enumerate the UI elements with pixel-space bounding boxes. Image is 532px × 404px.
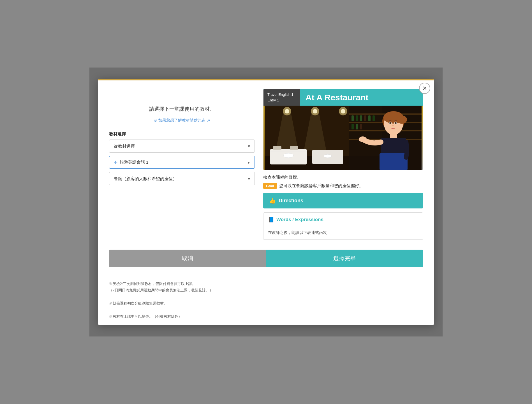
- svg-rect-7: [351, 115, 354, 121]
- svg-point-34: [397, 115, 407, 124]
- learn-more-link[interactable]: ※ 如果您想了解教材請點此進 ↗: [154, 118, 211, 123]
- modal-footer: 取消 選擇完畢: [98, 250, 434, 273]
- svg-point-30: [324, 154, 332, 158]
- lesson-series: Travel English 1: [267, 92, 296, 97]
- series-select-wrapper[interactable]: ✈ 旅遊英語會話 1 ▼: [109, 156, 255, 169]
- external-link-icon: ↗: [207, 118, 210, 123]
- svg-point-17: [285, 109, 289, 113]
- svg-rect-14: [356, 124, 358, 129]
- svg-point-19: [313, 109, 317, 113]
- note-2: （7日間日內免費試用活動期間中的會員無法上課，敬請見諒。）: [109, 287, 423, 293]
- close-button[interactable]: ✕: [419, 83, 430, 94]
- note-4: ※教材在上課中可以變更。（付費教材除外）: [109, 313, 423, 320]
- goal-intro-text: 檢查本課程的目標。: [263, 175, 423, 180]
- lesson-header: Travel English 1 Entry 1 At A Restaurant: [263, 89, 423, 106]
- svg-rect-28: [290, 146, 298, 150]
- svg-rect-10: [364, 115, 366, 121]
- directions-button[interactable]: 👍 Directions: [263, 193, 423, 208]
- textbook-select-wrapper: 從教材選擇 ▼: [109, 140, 255, 153]
- lesson-meta: Travel English 1 Entry 1: [263, 89, 300, 106]
- lesson-entry: Entry 1: [267, 97, 296, 103]
- words-subtitle: 在教師之後，朗讀以下表達式兩次: [263, 227, 423, 240]
- modal-body: 請選擇下一堂課使用的教材。 ※ 如果您想了解教材請點此進 ↗ 教材選擇 從教材選…: [98, 80, 434, 250]
- thumbs-up-icon: 👍: [269, 197, 276, 204]
- svg-rect-11: [368, 115, 371, 121]
- lesson-image: [263, 106, 423, 170]
- series-select-label: 旅遊英語會話 1: [120, 160, 149, 165]
- divider: [109, 273, 423, 273]
- directions-label: Directions: [279, 198, 303, 204]
- svg-point-21: [341, 109, 345, 113]
- chevron-down-icon: ▼: [247, 160, 251, 165]
- svg-point-29: [283, 153, 293, 158]
- svg-point-39: [392, 125, 394, 126]
- svg-point-36: [389, 122, 391, 124]
- svg-rect-15: [360, 124, 362, 129]
- note-1: ※英檢®二次測驗對策教材，僅限付費會員可以上課。: [109, 280, 423, 287]
- goal-section: 檢查本課程的目標。 Goal 您可以在餐廳談論客戶數量和您的座位偏好。: [263, 175, 423, 189]
- right-panel: Travel English 1 Entry 1 At A Restaurant: [263, 89, 423, 244]
- plane-icon: ✈: [114, 160, 117, 165]
- svg-rect-9: [360, 115, 362, 121]
- svg-point-43: [359, 136, 367, 142]
- words-title: Words / Expressions: [276, 217, 323, 222]
- lesson-card: Travel English 1 Entry 1 At A Restaurant: [263, 89, 423, 170]
- svg-rect-12: [373, 115, 375, 121]
- left-panel: 請選擇下一堂課使用的教材。 ※ 如果您想了解教材請點此進 ↗ 教材選擇 從教材選…: [109, 89, 255, 244]
- svg-rect-13: [351, 124, 354, 129]
- goal-row: Goal 您可以在餐廳談論客戶數量和您的座位偏好。: [263, 183, 423, 189]
- goal-description: 您可以在餐廳談論客戶數量和您的座位偏好。: [279, 183, 363, 189]
- book-icon: 📘: [268, 217, 274, 223]
- cancel-button[interactable]: 取消: [109, 250, 266, 267]
- note-3: ※凱倫課程初次分級測驗無需教材。: [109, 300, 423, 307]
- modal-overlay: ✕ 請選擇下一堂課使用的教材。 ※ 如果您想了解教材請點此進 ↗ 教材選擇 從教…: [89, 68, 443, 336]
- instruction-text: 請選擇下一堂課使用的教材。: [149, 106, 215, 112]
- lesson-select[interactable]: 餐廳（顧客的人數和希望的座位）: [109, 172, 255, 185]
- svg-rect-8: [356, 115, 358, 121]
- modal-notes: ※英檢®二次測驗對策教材，僅限付費會員可以上課。 （7日間日內免費試用活動期間中…: [98, 278, 434, 325]
- goal-badge: Goal: [263, 183, 277, 189]
- words-header: 📘 Words / Expressions: [263, 213, 423, 227]
- restaurant-illustration: [263, 106, 423, 170]
- dropdown-container: 從教材選擇 ▼ ✈ 旅遊英語會話 1 ▼ 餐廳（顧客的人數和希望的座位）: [109, 140, 255, 185]
- confirm-button[interactable]: 選擇完畢: [266, 250, 423, 267]
- svg-rect-27: [273, 146, 281, 150]
- lesson-title: At A Restaurant: [306, 93, 368, 102]
- lesson-select-wrapper: 餐廳（顧客的人數和希望的座位） ▼: [109, 172, 255, 185]
- svg-rect-42: [380, 153, 408, 170]
- section-label: 教材選擇: [109, 131, 126, 137]
- lesson-title-area: At A Restaurant: [300, 89, 423, 106]
- words-section: 📘 Words / Expressions 在教師之後，朗讀以下表達式兩次: [263, 212, 423, 240]
- textbook-select[interactable]: 從教材選擇: [109, 140, 255, 153]
- svg-point-38: [395, 122, 397, 124]
- modal-container: ✕ 請選擇下一堂課使用的教材。 ※ 如果您想了解教材請點此進 ↗ 教材選擇 從教…: [98, 79, 434, 325]
